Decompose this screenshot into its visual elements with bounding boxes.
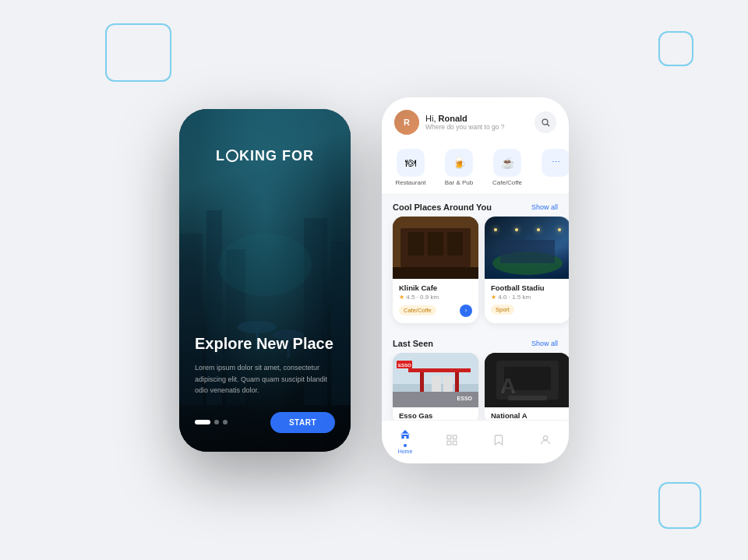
- svg-rect-14: [408, 232, 424, 255]
- star-icon: ★: [399, 294, 404, 301]
- search-icon: [541, 118, 550, 127]
- last-seen-header: Last Seen Show all: [382, 331, 569, 353]
- onboarding-phone: LKING FOR Explore New Place Lorem ipsum …: [179, 109, 351, 452]
- grid-icon: [444, 432, 460, 448]
- svg-rect-25: [455, 372, 459, 392]
- home-icon: [397, 427, 413, 442]
- gas-info: Esso Gas: [393, 407, 478, 420]
- greeting-sub: Where do you want to go ?: [425, 123, 505, 131]
- dot-2: [214, 420, 219, 424]
- cafe-name: Klinik Cafe: [399, 284, 472, 292]
- svg-line-11: [547, 124, 549, 126]
- nav-home[interactable]: Home: [397, 427, 413, 454]
- profile-svg: [539, 434, 552, 446]
- greeting-name: Ronald: [439, 114, 468, 123]
- category-tabs: 🍽 Restaurant 🍺 Bar & Pub ☕ Cafe/Coffe ⋯: [382, 143, 569, 195]
- last-seen-show-all[interactable]: Show all: [531, 340, 558, 347]
- restaurant-icon: 🍽: [397, 149, 425, 177]
- pagination-dots: [195, 420, 228, 424]
- bottom-nav: Home: [382, 420, 569, 463]
- svg-rect-38: [453, 441, 457, 445]
- svg-rect-19: [500, 240, 555, 263]
- bar-icon: 🍺: [445, 149, 473, 177]
- app-showcase: LKING FOR Explore New Place Lorem ipsum …: [179, 97, 569, 463]
- deco-corner-top-left: [105, 23, 171, 82]
- nav-profile[interactable]: [538, 432, 553, 448]
- cool-places-cards: Klinik Cafe ★ 4.5 · 0.9 km Cafe/Coffe ›: [382, 217, 569, 331]
- svg-point-10: [542, 119, 548, 125]
- svg-rect-23: [408, 368, 471, 372]
- greeting-text: Hi,: [425, 114, 439, 123]
- last-seen-title: Last Seen: [393, 339, 433, 348]
- category-cafe[interactable]: ☕ Cafe/Coffe: [488, 149, 527, 186]
- bookmark-svg: [492, 434, 505, 446]
- svg-rect-24: [420, 372, 424, 392]
- nav-dot: [404, 444, 407, 447]
- deco-corner-bottom-right: [658, 482, 701, 529]
- search-button[interactable]: [535, 111, 556, 133]
- dot-1: [195, 420, 210, 424]
- phone-right-inner: R Hi, Ronald Where do you want to go ?: [382, 97, 569, 463]
- national-info: National A: [485, 407, 569, 420]
- nav-grid[interactable]: [444, 432, 460, 448]
- national-image: A: [485, 353, 569, 407]
- cafe-arrow[interactable]: ›: [460, 305, 472, 317]
- avatar: R: [394, 110, 419, 135]
- stadium-image: [485, 217, 569, 279]
- cafe-rating: ★ 4.5 · 0.9 km: [399, 294, 472, 301]
- cool-places-header: Cool Places Around You Show all: [382, 195, 569, 217]
- cafe-svg: [393, 217, 478, 279]
- phone-left-content: LKING FOR Explore New Place Lorem ipsum …: [179, 109, 351, 452]
- svg-rect-37: [447, 441, 451, 445]
- gas-image: ESSO: [393, 353, 478, 407]
- explore-description: Lorem ipsum dolor sit amet, consectetur …: [195, 362, 335, 396]
- nav-bookmark[interactable]: [491, 432, 506, 448]
- cafe-tag: Cafe/Coffe: [399, 305, 436, 315]
- star-icon-2: ★: [491, 294, 496, 301]
- category-bar[interactable]: 🍺 Bar & Pub: [439, 149, 478, 186]
- more-icon: ⋯: [542, 149, 569, 177]
- scroll-content: Cool Places Around You Show all: [382, 195, 569, 420]
- avatar-inner: R: [394, 110, 419, 135]
- grid-svg: [446, 434, 458, 446]
- svg-rect-16: [447, 232, 463, 255]
- restaurant-label: Restaurant: [395, 179, 425, 186]
- national-svg: A: [485, 353, 569, 407]
- stadium-svg: [485, 217, 569, 279]
- svg-rect-26: [432, 376, 441, 392]
- logo-o: [226, 150, 238, 162]
- dot-3: [223, 420, 228, 424]
- cool-places-show-all[interactable]: Show all: [531, 203, 558, 211]
- svg-rect-34: [508, 396, 547, 400]
- bar-label: Bar & Pub: [445, 179, 473, 186]
- cafe-icon: ☕: [493, 149, 521, 177]
- nav-home-label: Home: [398, 449, 413, 454]
- svg-rect-22: [393, 392, 478, 407]
- stadium-card[interactable]: Football Stadiu ★ 4.0 · 1.5 km Sport: [485, 217, 569, 323]
- category-restaurant[interactable]: 🍽 Restaurant: [391, 149, 430, 186]
- gas-name: Esso Gas: [399, 411, 472, 420]
- bookmark-icon: [491, 432, 506, 448]
- avatar-initial: R: [404, 118, 410, 127]
- phone-footer: START: [195, 412, 335, 433]
- cafe-footer: Cafe/Coffe ›: [399, 305, 472, 317]
- deco-corner-top-right: [658, 31, 693, 66]
- category-more[interactable]: ⋯: [536, 149, 569, 186]
- onboarding-content: Explore New Place Lorem ipsum dolor sit …: [195, 334, 335, 432]
- national-name: National A: [491, 411, 564, 420]
- stadium-footer: Sport: [491, 305, 564, 315]
- cafe-info: Klinik Cafe ★ 4.5 · 0.9 km Cafe/Coffe ›: [393, 279, 478, 323]
- svg-rect-36: [453, 435, 457, 439]
- klinik-cafe-card[interactable]: Klinik Cafe ★ 4.5 · 0.9 km Cafe/Coffe ›: [393, 217, 478, 323]
- stadium-info: Football Stadiu ★ 4.0 · 1.5 km Sport: [485, 279, 569, 321]
- profile-icon: [538, 432, 553, 448]
- esso-gas-card[interactable]: ESSO Esso Gas: [393, 353, 478, 420]
- svg-rect-17: [393, 267, 478, 279]
- national-card[interactable]: A National A: [485, 353, 569, 420]
- cool-places-title: Cool Places Around You: [393, 203, 492, 212]
- svg-text:A: A: [500, 374, 516, 398]
- cafe-image: [393, 217, 478, 279]
- start-button[interactable]: START: [270, 412, 335, 433]
- last-seen-cards: ESSO Esso Gas: [382, 353, 569, 420]
- greeting-main: Hi, Ronald: [425, 114, 505, 123]
